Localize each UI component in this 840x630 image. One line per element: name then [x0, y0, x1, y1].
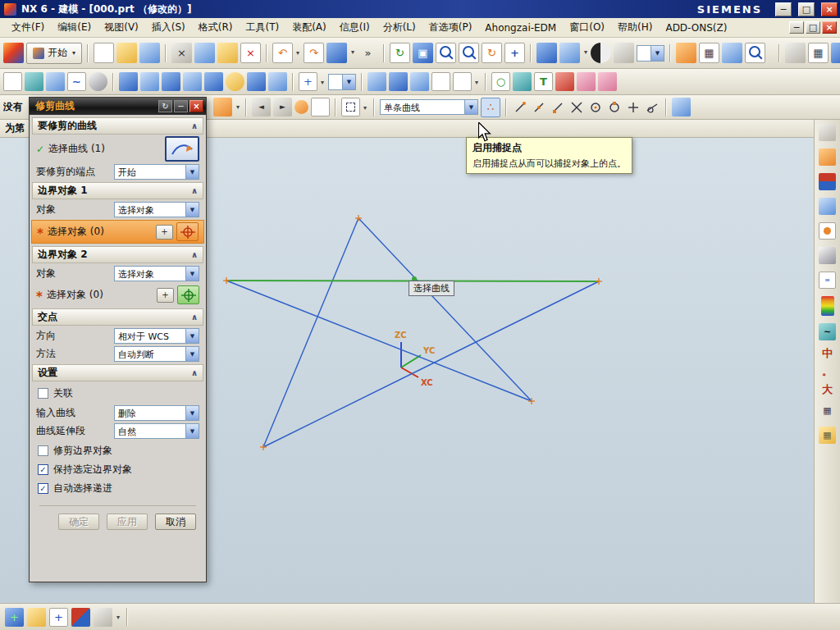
menu-preferences[interactable]: 首选项(P) — [422, 18, 479, 37]
new-file-icon[interactable] — [94, 43, 114, 63]
measure-icon[interactable] — [453, 72, 472, 91]
datum-csys-icon[interactable] — [46, 72, 65, 91]
fit-view-icon[interactable] — [413, 43, 433, 63]
vertical-text-large[interactable]: 大 — [822, 384, 833, 395]
gauge-icon[interactable] — [819, 198, 836, 215]
menu-format[interactable]: 格式(R) — [192, 18, 240, 37]
stamp-icon[interactable] — [513, 72, 532, 91]
render-style-icon[interactable] — [591, 43, 611, 63]
menu-addons[interactable]: ADD-ONS(Z) — [659, 20, 733, 36]
section-curve-to-trim[interactable]: 要修剪的曲线 — [32, 117, 203, 135]
revolve-icon[interactable] — [140, 72, 159, 91]
refresh-view-icon[interactable] — [390, 43, 410, 63]
input-curve-combo[interactable]: 删除 — [114, 405, 199, 421]
menu-analysis[interactable]: 分析(L) — [377, 18, 422, 37]
arrange-views-icon[interactable] — [27, 608, 46, 627]
back-arrow-icon[interactable] — [252, 98, 271, 116]
block-icon[interactable] — [162, 72, 180, 91]
split-view-icon[interactable] — [71, 608, 90, 627]
torus-icon[interactable] — [491, 72, 510, 91]
grid-edit-icon[interactable] — [819, 427, 836, 444]
chevron-down-icon[interactable] — [651, 46, 664, 61]
column-feature-icon[interactable] — [577, 72, 596, 91]
method-combo[interactable]: 自动判断 — [114, 346, 199, 362]
clock-icon[interactable] — [819, 247, 836, 264]
section-boundary-2[interactable]: 边界对象 2 — [32, 246, 203, 263]
dialog-titlebar[interactable]: 修剪曲线 — [30, 98, 206, 115]
menu-assemblies[interactable]: 装配(A) — [285, 18, 333, 37]
vertical-text-dot[interactable]: 。 — [822, 366, 833, 377]
cut-icon[interactable] — [171, 43, 192, 63]
grid-panel-icon[interactable] — [819, 402, 836, 419]
layer-grid-icon[interactable] — [808, 43, 829, 63]
redo-icon[interactable] — [304, 43, 324, 63]
curve-tool-icon[interactable] — [67, 72, 86, 91]
boundary1-point-button[interactable] — [156, 225, 173, 240]
associative-checkbox[interactable] — [38, 388, 48, 399]
color-spectrum-icon[interactable] — [821, 296, 834, 316]
screen-icon[interactable] — [831, 43, 840, 63]
menu-ahongzai-edm[interactable]: Ahongzai-EDM — [478, 20, 563, 36]
move-view-icon[interactable] — [49, 608, 68, 627]
forward-arrow-icon[interactable] — [273, 98, 292, 116]
information-list-icon[interactable]: ≡ — [819, 272, 836, 289]
snap-intersection-icon[interactable] — [568, 99, 585, 116]
chevron-down-icon[interactable] — [185, 165, 199, 179]
extrude-icon[interactable] — [119, 72, 138, 91]
sheet-body-icon[interactable] — [389, 72, 408, 91]
zoom-in-out-icon[interactable] — [459, 43, 479, 63]
orange-ball-icon[interactable] — [294, 100, 308, 114]
menu-tools[interactable]: 工具(T) — [239, 18, 285, 37]
boundary1-snap-button[interactable] — [176, 222, 199, 241]
open-file-icon[interactable] — [116, 43, 137, 63]
toolbar-overflow-icon[interactable] — [358, 43, 378, 63]
snap-endpoint-icon[interactable] — [512, 99, 528, 116]
text-tool-icon[interactable] — [534, 72, 553, 91]
sphere-icon[interactable] — [226, 72, 244, 91]
select-curve-button[interactable] — [165, 136, 199, 162]
machined-part-icon[interactable] — [89, 72, 107, 91]
wrench-tool-icon[interactable] — [785, 43, 806, 63]
point-icon[interactable] — [299, 72, 317, 91]
unite-icon[interactable] — [247, 72, 266, 91]
trim-end-combo[interactable]: 开始 — [114, 164, 199, 180]
column-feature2-icon[interactable] — [598, 72, 617, 91]
new-sheet-icon[interactable] — [3, 72, 22, 91]
apply-button[interactable]: 应用 — [107, 514, 148, 530]
cascade-steps-icon[interactable] — [819, 148, 836, 166]
mdi-restore-button[interactable] — [806, 21, 820, 34]
rotate-view-icon[interactable] — [482, 43, 502, 63]
dialog-minimize-button[interactable] — [174, 100, 188, 112]
menu-view[interactable]: 视图(V) — [98, 18, 145, 37]
chevron-down-icon[interactable] — [185, 329, 199, 343]
cancel-button[interactable]: 取消 — [155, 514, 196, 530]
boundary2-object-combo[interactable]: 选择对象 — [114, 266, 199, 281]
rectangle-select-icon[interactable] — [341, 98, 360, 116]
selection-scope-combo[interactable]: 单条曲线 — [380, 99, 478, 115]
new-view-icon[interactable] — [5, 608, 24, 627]
part-list-icon[interactable] — [431, 72, 450, 91]
menu-insert[interactable]: 插入(S) — [145, 18, 192, 37]
display-monitor-icon[interactable] — [819, 124, 836, 141]
menu-edit[interactable]: 编辑(E) — [51, 18, 98, 37]
direction-combo[interactable]: 相对于 WCS — [114, 328, 199, 344]
section-settings[interactable]: 设置 — [32, 364, 203, 381]
snap-control-point-icon[interactable] — [550, 99, 566, 116]
save-icon[interactable] — [139, 43, 160, 63]
mdi-minimize-button[interactable] — [789, 21, 804, 34]
snap-tangent-icon[interactable] — [644, 99, 660, 116]
cone-icon[interactable] — [204, 72, 223, 91]
subtract-icon[interactable] — [268, 72, 287, 91]
extension-combo[interactable]: 自然 — [114, 423, 199, 439]
chevron-down-icon[interactable] — [185, 424, 199, 438]
snap-arc-center-icon[interactable] — [587, 99, 604, 116]
chevron-down-icon[interactable] — [185, 203, 199, 217]
ok-button[interactable]: 确定 — [58, 514, 99, 530]
tower-feature-icon[interactable] — [555, 72, 574, 91]
section-intersection[interactable]: 交点 — [32, 308, 203, 326]
mdi-close-button[interactable] — [822, 21, 837, 34]
dialog-reset-button[interactable] — [158, 100, 172, 112]
dialog-close-button[interactable] — [189, 100, 203, 112]
enable-snap-point-button[interactable] — [481, 98, 500, 117]
boundary2-snap-button[interactable] — [177, 285, 199, 304]
